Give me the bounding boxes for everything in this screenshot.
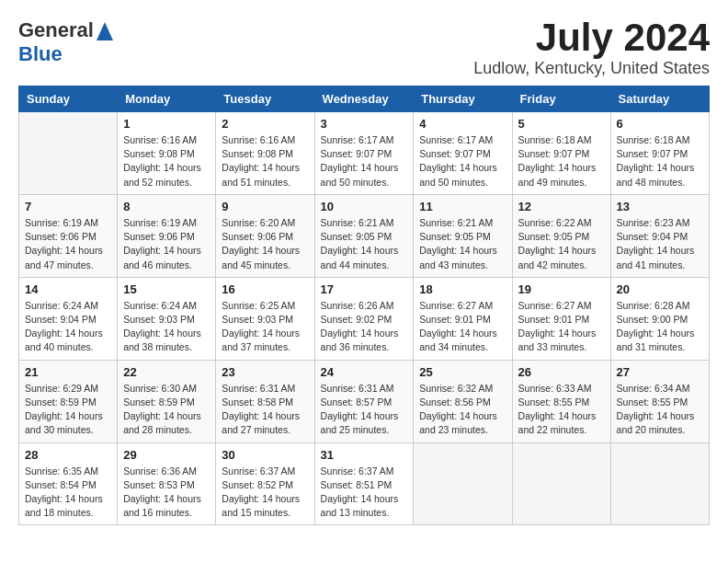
day-info: Sunrise: 6:30 AM Sunset: 8:59 PM Dayligh… <box>123 382 210 438</box>
day-info: Sunrise: 6:27 AM Sunset: 9:01 PM Dayligh… <box>518 299 605 355</box>
table-row: 19Sunrise: 6:27 AM Sunset: 9:01 PM Dayli… <box>512 277 610 360</box>
day-info: Sunrise: 6:28 AM Sunset: 9:00 PM Dayligh… <box>617 299 703 355</box>
day-number: 4 <box>419 117 506 131</box>
col-monday: Monday <box>118 86 216 112</box>
table-row: 5Sunrise: 6:18 AM Sunset: 9:07 PM Daylig… <box>512 112 610 195</box>
logo: General Blue <box>18 18 113 66</box>
table-row: 4Sunrise: 6:17 AM Sunset: 9:07 PM Daylig… <box>414 112 512 195</box>
month-title: July 2024 <box>473 18 710 57</box>
col-thursday: Thursday <box>414 86 512 112</box>
table-row: 29Sunrise: 6:36 AM Sunset: 8:53 PM Dayli… <box>118 442 216 525</box>
table-row: 16Sunrise: 6:25 AM Sunset: 9:03 PM Dayli… <box>216 277 314 360</box>
day-number: 21 <box>25 365 111 379</box>
table-row: 10Sunrise: 6:21 AM Sunset: 9:05 PM Dayli… <box>314 194 414 277</box>
svg-marker-0 <box>97 22 113 40</box>
day-number: 19 <box>518 282 605 296</box>
day-number: 16 <box>222 282 308 296</box>
table-row: 25Sunrise: 6:32 AM Sunset: 8:56 PM Dayli… <box>414 360 512 442</box>
day-info: Sunrise: 6:16 AM Sunset: 9:08 PM Dayligh… <box>222 133 308 190</box>
calendar-title-area: July 2024 Ludlow, Kentucky, United State… <box>473 18 710 78</box>
table-row: 27Sunrise: 6:34 AM Sunset: 8:55 PM Dayli… <box>610 360 709 442</box>
col-saturday: Saturday <box>610 86 709 112</box>
table-row: 23Sunrise: 6:31 AM Sunset: 8:58 PM Dayli… <box>216 360 314 442</box>
col-tuesday: Tuesday <box>216 86 314 112</box>
day-info: Sunrise: 6:17 AM Sunset: 9:07 PM Dayligh… <box>321 133 408 190</box>
day-number: 17 <box>321 282 408 296</box>
day-number: 12 <box>518 200 605 213</box>
day-info: Sunrise: 6:36 AM Sunset: 8:53 PM Dayligh… <box>123 465 210 521</box>
day-info: Sunrise: 6:32 AM Sunset: 8:56 PM Dayligh… <box>419 382 506 438</box>
table-row: 26Sunrise: 6:33 AM Sunset: 8:55 PM Dayli… <box>512 360 610 442</box>
day-info: Sunrise: 6:22 AM Sunset: 9:05 PM Dayligh… <box>518 216 605 272</box>
table-row: 18Sunrise: 6:27 AM Sunset: 9:01 PM Dayli… <box>414 277 512 360</box>
logo-triangle-icon <box>97 22 113 40</box>
day-number: 14 <box>25 282 111 296</box>
table-row: 3Sunrise: 6:17 AM Sunset: 9:07 PM Daylig… <box>314 112 414 195</box>
day-info: Sunrise: 6:21 AM Sunset: 9:05 PM Dayligh… <box>419 216 506 272</box>
table-row: 24Sunrise: 6:31 AM Sunset: 8:57 PM Dayli… <box>314 360 414 442</box>
day-info: Sunrise: 6:31 AM Sunset: 8:58 PM Dayligh… <box>222 382 308 438</box>
table-row <box>512 442 610 525</box>
day-info: Sunrise: 6:25 AM Sunset: 9:03 PM Dayligh… <box>222 299 308 355</box>
day-info: Sunrise: 6:18 AM Sunset: 9:07 PM Dayligh… <box>518 133 605 190</box>
day-number: 25 <box>419 365 506 379</box>
day-info: Sunrise: 6:33 AM Sunset: 8:55 PM Dayligh… <box>518 382 605 438</box>
day-info: Sunrise: 6:37 AM Sunset: 8:52 PM Dayligh… <box>222 465 308 521</box>
logo-general-text: General <box>18 18 94 42</box>
day-info: Sunrise: 6:23 AM Sunset: 9:04 PM Dayligh… <box>617 216 703 272</box>
day-info: Sunrise: 6:17 AM Sunset: 9:07 PM Dayligh… <box>419 133 506 190</box>
page-header: General Blue July 2024 Ludlow, Kentucky,… <box>18 18 710 78</box>
day-number: 15 <box>123 282 210 296</box>
day-info: Sunrise: 6:19 AM Sunset: 9:06 PM Dayligh… <box>123 216 210 272</box>
table-row: 1Sunrise: 6:16 AM Sunset: 9:08 PM Daylig… <box>118 112 216 195</box>
table-row: 22Sunrise: 6:30 AM Sunset: 8:59 PM Dayli… <box>118 360 216 442</box>
day-number: 8 <box>123 200 210 213</box>
day-number: 11 <box>419 200 506 213</box>
col-sunday: Sunday <box>19 86 118 112</box>
table-row <box>610 442 709 525</box>
col-wednesday: Wednesday <box>314 86 414 112</box>
day-info: Sunrise: 6:29 AM Sunset: 8:59 PM Dayligh… <box>25 382 111 438</box>
day-number: 24 <box>321 365 408 379</box>
table-row: 8Sunrise: 6:19 AM Sunset: 9:06 PM Daylig… <box>118 194 216 277</box>
table-row: 2Sunrise: 6:16 AM Sunset: 9:08 PM Daylig… <box>216 112 314 195</box>
table-row: 14Sunrise: 6:24 AM Sunset: 9:04 PM Dayli… <box>19 277 118 360</box>
table-row: 28Sunrise: 6:35 AM Sunset: 8:54 PM Dayli… <box>19 442 118 525</box>
table-row <box>414 442 512 525</box>
day-number: 23 <box>222 365 308 379</box>
calendar-week-row: 21Sunrise: 6:29 AM Sunset: 8:59 PM Dayli… <box>19 360 710 442</box>
calendar-week-row: 7Sunrise: 6:19 AM Sunset: 9:06 PM Daylig… <box>19 194 710 277</box>
day-number: 5 <box>518 117 605 131</box>
day-info: Sunrise: 6:27 AM Sunset: 9:01 PM Dayligh… <box>419 299 506 355</box>
calendar-table: Sunday Monday Tuesday Wednesday Thursday… <box>18 86 710 525</box>
calendar-week-row: 28Sunrise: 6:35 AM Sunset: 8:54 PM Dayli… <box>19 442 710 525</box>
day-number: 13 <box>617 200 703 213</box>
table-row: 21Sunrise: 6:29 AM Sunset: 8:59 PM Dayli… <box>19 360 118 442</box>
day-info: Sunrise: 6:24 AM Sunset: 9:04 PM Dayligh… <box>25 299 111 355</box>
day-number: 30 <box>222 448 308 462</box>
day-number: 18 <box>419 282 506 296</box>
day-number: 22 <box>123 365 210 379</box>
day-number: 27 <box>617 365 703 379</box>
day-info: Sunrise: 6:20 AM Sunset: 9:06 PM Dayligh… <box>222 216 308 272</box>
day-info: Sunrise: 6:37 AM Sunset: 8:51 PM Dayligh… <box>321 465 408 521</box>
day-info: Sunrise: 6:24 AM Sunset: 9:03 PM Dayligh… <box>123 299 210 355</box>
day-number: 28 <box>25 448 111 462</box>
table-row: 31Sunrise: 6:37 AM Sunset: 8:51 PM Dayli… <box>314 442 414 525</box>
table-row: 7Sunrise: 6:19 AM Sunset: 9:06 PM Daylig… <box>19 194 118 277</box>
day-info: Sunrise: 6:16 AM Sunset: 9:08 PM Dayligh… <box>123 133 210 190</box>
logo-blue-text: Blue <box>18 42 63 65</box>
day-number: 20 <box>617 282 703 296</box>
calendar-week-row: 1Sunrise: 6:16 AM Sunset: 9:08 PM Daylig… <box>19 112 710 195</box>
day-number: 1 <box>123 117 210 131</box>
location-title: Ludlow, Kentucky, United States <box>473 59 710 78</box>
col-friday: Friday <box>512 86 610 112</box>
day-number: 10 <box>321 200 408 213</box>
day-number: 2 <box>222 117 308 131</box>
day-info: Sunrise: 6:26 AM Sunset: 9:02 PM Dayligh… <box>321 299 408 355</box>
day-info: Sunrise: 6:18 AM Sunset: 9:07 PM Dayligh… <box>617 133 703 190</box>
day-number: 29 <box>123 448 210 462</box>
day-number: 3 <box>321 117 408 131</box>
table-row: 11Sunrise: 6:21 AM Sunset: 9:05 PM Dayli… <box>414 194 512 277</box>
day-info: Sunrise: 6:34 AM Sunset: 8:55 PM Dayligh… <box>617 382 703 438</box>
